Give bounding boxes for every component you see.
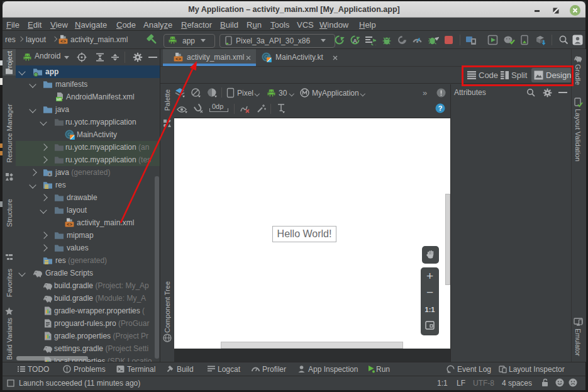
svg-text:?: ? (438, 104, 443, 112)
svg-text:A: A (353, 38, 357, 44)
